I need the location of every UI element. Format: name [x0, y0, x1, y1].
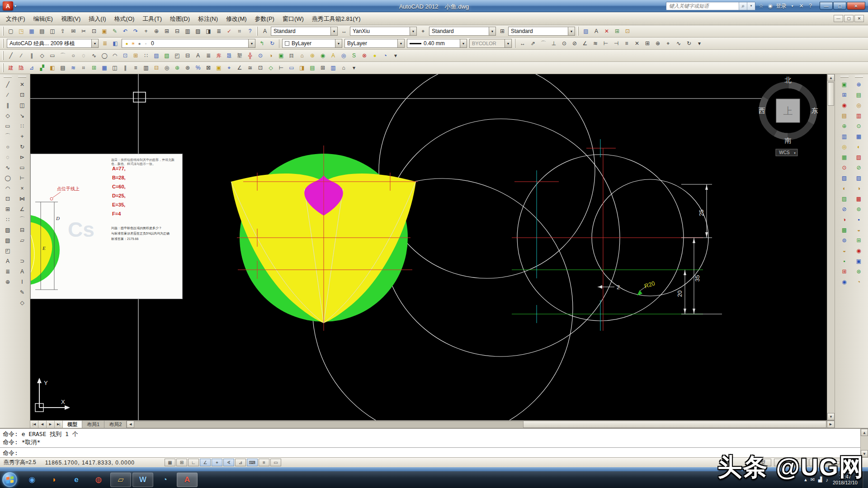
app-icon[interactable]: A	[3, 1, 13, 10]
draw-tool-icon[interactable]: A	[2, 256, 13, 266]
dimension-toolbar-icon[interactable]: ▾	[694, 39, 704, 48]
yanxiu-tool-icon[interactable]: ⊙	[839, 162, 850, 173]
preview-icon[interactable]: ◫	[47, 27, 57, 36]
toolbar-icon[interactable]: ⌗	[79, 63, 89, 73]
yanxiu-tool-icon[interactable]: ▣	[839, 79, 850, 89]
properties-icon[interactable]: ▥	[183, 27, 193, 36]
publish-icon[interactable]: ⇪	[58, 27, 68, 36]
toolbar-icon[interactable]: ⊛	[183, 63, 193, 73]
taskbar-qq-icon[interactable]: ◔	[155, 473, 175, 487]
draw-tool-icon[interactable]: ◇	[2, 110, 13, 121]
draw-tool-icon[interactable]: ∷	[2, 214, 13, 225]
draw-tool-icon[interactable]: ∿	[2, 162, 13, 173]
layer-status-icon[interactable]: ▪	[143, 41, 149, 46]
draw-tool-icon[interactable]: ▭	[2, 121, 13, 131]
toolbar-icon[interactable]: ⊡	[120, 51, 130, 61]
yanxiu-tool-icon[interactable]: ▨	[839, 193, 850, 204]
yanxiu-tool-icon[interactable]: ⊞	[839, 89, 850, 100]
toolbar-icon[interactable]: ◯	[99, 51, 109, 61]
modify-tool-icon[interactable]: ↘	[17, 110, 28, 121]
toolbar-grip[interactable]	[4, 76, 12, 78]
draw-tool-icon[interactable]: ◯	[2, 173, 13, 183]
dimension-toolbar-icon[interactable]: ≡	[622, 39, 632, 48]
modify-tool-icon[interactable]: ◇	[17, 297, 28, 308]
yanxiu-tool-icon[interactable]: ◔	[854, 277, 864, 287]
yanxiu-tool-icon[interactable]: ▩	[839, 225, 850, 235]
style-combo[interactable]: Standard▼	[429, 27, 496, 36]
yanxiu-tool-icon[interactable]: ⊞	[839, 266, 850, 277]
view-compass[interactable]: 上 北 南 西 东 WCS ▾	[759, 76, 818, 156]
star-icon[interactable]: ☆	[758, 3, 764, 9]
yanxiu-tool-icon[interactable]: ◎	[854, 100, 864, 110]
toolbar-icon[interactable]: 目	[287, 51, 297, 61]
toolbar-icon[interactable]: ⊟	[151, 63, 161, 73]
toolbar-icon[interactable]: ▣	[276, 51, 286, 61]
yanxiu-tool-icon[interactable]: ⊘	[839, 204, 850, 214]
menu-item[interactable]: 窗口(W)	[278, 13, 308, 25]
draw-tool-icon[interactable]: ◰	[2, 245, 13, 256]
style-combo-icon[interactable]: A	[260, 27, 270, 36]
toolbar-icon[interactable]: ∕	[16, 51, 26, 61]
layout-tab[interactable]: 布局2	[104, 421, 127, 428]
dimension-toolbar-icon[interactable]: ⊥	[549, 39, 559, 48]
toolbar-icon[interactable]: ▥	[328, 63, 338, 73]
canvas-vertical-scrollbar[interactable]: ▲ ▼	[827, 74, 835, 420]
draw-tool-icon[interactable]: ◌	[2, 152, 13, 162]
polar-toggle[interactable]: ∠	[200, 459, 211, 466]
yanxiu-tool-icon[interactable]: ▧	[854, 152, 864, 162]
layer-status-icon[interactable]: ☀	[130, 41, 136, 46]
doc-close-button[interactable]: ✕	[854, 15, 864, 22]
toolbar-icon[interactable]: %	[193, 63, 203, 73]
toolbar-icon[interactable]: ▭	[47, 51, 57, 61]
scroll-left-icon[interactable]: ◀	[127, 421, 134, 428]
draw-tool-icon[interactable]: ▧	[2, 235, 13, 245]
dimension-toolbar-icon[interactable]: ⊙	[559, 39, 569, 48]
search-dropdown-icon[interactable]: ▾	[747, 2, 755, 10]
toolbar-icon[interactable]: ⌒	[58, 51, 68, 61]
block-icon[interactable]: ⊡	[623, 27, 632, 36]
scroll-up-icon[interactable]: ▲	[861, 429, 868, 436]
yanxiu-tool-icon[interactable]: ◒	[839, 245, 850, 256]
draw-tool-icon[interactable]: ∕	[2, 89, 13, 100]
toolbar-icon[interactable]: ▞	[37, 63, 47, 73]
yanxiu-tool-icon[interactable]: ◐	[854, 141, 864, 152]
toolbar-icon[interactable]: ∷	[141, 51, 151, 61]
toolbar-icon[interactable]: ▾	[349, 63, 359, 73]
search-input[interactable]	[666, 3, 739, 9]
toolbar-icon[interactable]: ⌂	[339, 63, 349, 73]
toolbar-icon[interactable]: A	[328, 51, 338, 61]
toolbar-grip[interactable]	[840, 76, 849, 78]
toolbar-icon[interactable]: ⊞	[131, 51, 141, 61]
yanxiu-tool-icon[interactable]: ⊕	[854, 79, 864, 89]
layer-previous-icon[interactable]: ↻	[267, 39, 277, 48]
library-icon[interactable]: 库	[214, 51, 224, 61]
person-icon[interactable]: ◉	[767, 3, 774, 9]
toolbar-icon[interactable]: ╱	[6, 51, 16, 61]
yanxiu-tool-icon[interactable]: ⊚	[854, 204, 864, 214]
sheetset-icon[interactable]: ≣	[214, 27, 224, 36]
modify-tool-icon[interactable]: ✎	[17, 287, 28, 297]
minimize-button[interactable]: —	[820, 2, 833, 10]
zoom-previous-icon[interactable]: ⊟	[172, 27, 182, 36]
taskbar-ie-icon[interactable]: e	[66, 473, 87, 487]
markup-icon[interactable]: ✓	[224, 27, 234, 36]
toolbar-icon[interactable]: ▧	[162, 51, 172, 61]
draw-tool-icon[interactable]: ≣	[2, 266, 13, 277]
color-combo[interactable]: ByLayer▼	[282, 39, 342, 48]
menu-item[interactable]: 插入(I)	[85, 13, 110, 25]
toolbar-icon[interactable]: ◉	[318, 51, 328, 61]
menu-item[interactable]: 修改(M)	[222, 13, 251, 25]
scrollbar-thumb[interactable]	[828, 82, 834, 106]
draw-tool-icon[interactable]: ⌒	[2, 131, 13, 141]
yanxiu-tool-icon[interactable]: ▪	[854, 214, 864, 225]
modify-tool-icon[interactable]: ×	[17, 183, 28, 193]
style-combo[interactable]: Standard▼	[508, 27, 575, 36]
tab-nav-button[interactable]: ▶	[47, 421, 55, 428]
yanxiu-tool-icon[interactable]: ◒	[854, 225, 864, 235]
toolbar-grip[interactable]	[855, 76, 863, 78]
modify-tool-icon[interactable]: I	[17, 277, 28, 287]
yanxiu-tool-icon[interactable]: ▣	[854, 256, 864, 266]
toolbar-icon[interactable]: ▾	[391, 51, 401, 61]
tab-nav-button[interactable]: |◀	[30, 421, 38, 428]
toolbar-icon[interactable]: ◌	[79, 51, 89, 61]
